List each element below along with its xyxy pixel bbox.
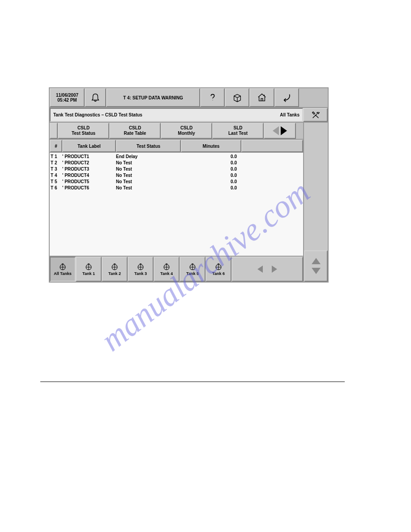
table-row: T 6 ' PRODUCT6 No Test 0.0 (50, 185, 303, 191)
cell-label: ' PRODUCT1 (62, 154, 116, 160)
right-sidebar (303, 123, 328, 282)
cell-status: No Test (116, 166, 181, 172)
table-row: T 4 ' PRODUCT4 No Test 0.0 (50, 172, 303, 179)
home-button[interactable] (249, 88, 274, 107)
table-row: T 2 ' PRODUCT2 No Test 0.0 (50, 160, 303, 166)
bottom-bar: All Tanks Tank 1 Tank 2 Tank 3 Tank 4 (50, 256, 303, 282)
time-text: 05:42 PM (57, 98, 77, 103)
tab-nav (264, 123, 296, 139)
cell-num: T 4 (50, 172, 62, 179)
all-tanks-button[interactable]: All Tanks (50, 257, 76, 282)
tab-label: CSLD Rate Table (124, 125, 146, 136)
main-row: CSLD Test Status CSLD Rate Table CSLD Mo… (50, 123, 328, 282)
tab-csld-monthly[interactable]: CSLD Monthly (161, 123, 212, 139)
tank-3-button[interactable]: Tank 3 (128, 257, 154, 282)
datetime-button[interactable]: 11/06/2007 05:42 PM (50, 88, 85, 107)
title-text: T 4: SETUP DATA WARNING (123, 95, 183, 100)
tools-icon (311, 110, 321, 120)
tank-button-label: Tank 4 (160, 271, 173, 276)
tank-5-button[interactable]: Tank 5 (180, 257, 206, 282)
cell-num: T 6 (50, 185, 62, 191)
tank-icon (59, 262, 67, 270)
col-tank-label[interactable]: Tank Label (62, 140, 116, 152)
tab-spacer (50, 123, 58, 139)
column-headers: # Tank Label Test Status Minutes (50, 140, 303, 153)
sidebar-fill (304, 123, 328, 250)
cell-label: ' PRODUCT4 (62, 172, 116, 179)
cell-minutes: 0.0 (181, 160, 241, 166)
tank-4-button[interactable]: Tank 4 (154, 257, 180, 282)
cell-num: T 5 (50, 179, 62, 185)
return-arrow-icon (282, 93, 292, 103)
cell-label: ' PRODUCT2 (62, 160, 116, 166)
cell-label: ' PRODUCT5 (62, 179, 116, 185)
cell-status: No Test (116, 160, 181, 166)
title-bar: T 4: SETUP DATA WARNING (106, 88, 200, 107)
horizontal-nav (231, 257, 303, 282)
date-text: 11/06/2007 (56, 93, 78, 98)
scroll-up-icon[interactable] (312, 258, 321, 264)
help-button[interactable] (200, 88, 225, 107)
tab-label: SLD Last Test (228, 125, 248, 136)
tank-icon (137, 262, 145, 270)
tank-button-label: Tank 2 (108, 271, 121, 276)
tab-label: CSLD Test Status (72, 125, 95, 136)
scroll-down-icon[interactable] (312, 268, 321, 274)
tabs-row: CSLD Test Status CSLD Rate Table CSLD Mo… (50, 123, 303, 140)
main-content: CSLD Test Status CSLD Rate Table CSLD Mo… (50, 123, 303, 282)
tank-icon (214, 262, 223, 270)
tank-2-button[interactable]: Tank 2 (102, 257, 128, 282)
cell-num: T 2 (50, 160, 62, 166)
data-area: T 1 ' PRODUCT1 End Delay 0.0 T 2 ' PRODU… (50, 153, 303, 256)
tab-csld-test-status[interactable]: CSLD Test Status (58, 123, 109, 139)
question-icon (208, 93, 218, 103)
divider-line (40, 382, 345, 382)
cell-status: No Test (116, 185, 181, 191)
alarm-button[interactable] (85, 88, 106, 107)
tab-prev-icon[interactable] (273, 126, 279, 135)
cell-minutes: 0.0 (181, 179, 241, 185)
cell-status: No Test (116, 172, 181, 179)
cell-num: T 1 (50, 154, 62, 160)
tank-icon (188, 262, 197, 270)
package-button[interactable] (225, 88, 249, 107)
table-row: T 5 ' PRODUCT5 No Test 0.0 (50, 179, 303, 185)
col-num[interactable]: # (50, 140, 62, 152)
cell-status: End Delay (116, 154, 181, 160)
tank-icon (85, 262, 93, 270)
cell-label: ' PRODUCT3 (62, 166, 116, 172)
tank-6-button[interactable]: Tank 6 (206, 257, 231, 282)
tools-button[interactable] (303, 108, 328, 122)
tab-csld-rate-table[interactable]: CSLD Rate Table (109, 123, 161, 139)
box-icon (232, 93, 242, 103)
breadcrumb-filter: All Tanks (280, 112, 300, 117)
tab-label: CSLD Monthly (178, 125, 195, 136)
cell-status: No Test (116, 179, 181, 185)
home-icon (257, 93, 267, 103)
cell-minutes: 0.0 (181, 172, 241, 179)
tank-button-label: Tank 3 (134, 271, 147, 276)
cell-minutes: 0.0 (181, 185, 241, 191)
vertical-nav (304, 250, 328, 282)
next-page-icon[interactable] (272, 266, 277, 273)
tank-button-label: Tank 1 (82, 271, 95, 276)
tab-sld-last-test[interactable]: SLD Last Test (212, 123, 264, 139)
tab-next-icon[interactable] (281, 126, 287, 135)
back-button[interactable] (274, 88, 299, 107)
prev-page-icon[interactable] (257, 266, 263, 273)
tank-button-label: Tank 6 (212, 271, 225, 276)
top-toolbar: 11/06/2007 05:42 PM T 4: SETUP DATA WARN… (50, 88, 328, 108)
cell-minutes: 0.0 (181, 166, 241, 172)
bell-icon (90, 93, 100, 103)
tank-button-label: Tank 5 (186, 271, 199, 276)
cell-minutes: 0.0 (181, 154, 241, 160)
table-row: T 1 ' PRODUCT1 End Delay 0.0 (50, 154, 303, 160)
app-window: 11/06/2007 05:42 PM T 4: SETUP DATA WARN… (49, 87, 329, 283)
col-test-status[interactable]: Test Status (116, 140, 181, 152)
col-minutes[interactable]: Minutes (181, 140, 241, 152)
breadcrumb-path: Tank Test Diagnostics – CSLD Test Status (53, 112, 142, 117)
tank-1-button[interactable]: Tank 1 (76, 257, 102, 282)
cell-num: T 3 (50, 166, 62, 172)
tank-icon (163, 262, 171, 270)
breadcrumb: Tank Test Diagnostics – CSLD Test Status… (50, 108, 303, 122)
